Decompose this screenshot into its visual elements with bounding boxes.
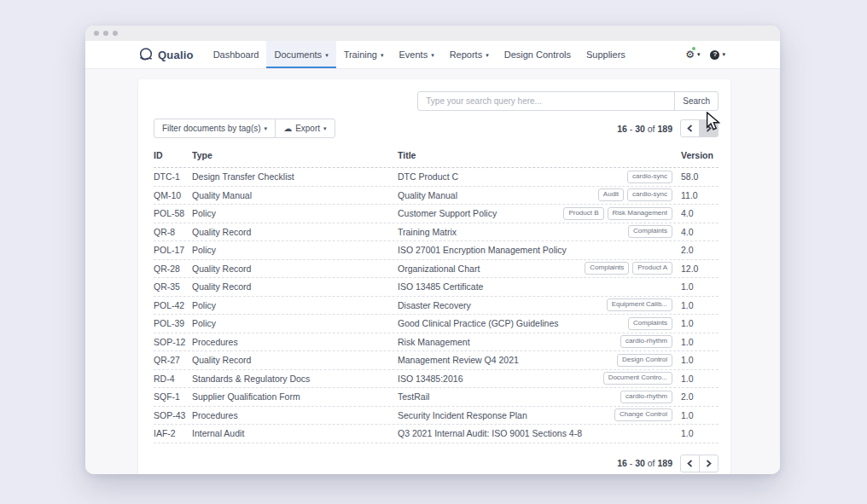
brand-name: Qualio xyxy=(158,49,194,61)
doc-type: Policy xyxy=(192,245,398,255)
doc-title: ISO 13485:2016 xyxy=(398,374,603,384)
table-row[interactable]: SQF-1Supplier Qualification FormTestRail… xyxy=(154,388,719,407)
help-menu[interactable]: ? ▾ xyxy=(710,50,725,60)
doc-version: 1.0 xyxy=(681,374,719,384)
doc-type: Standards & Regulatory Docs xyxy=(192,374,398,384)
table-row[interactable]: QR-27Quality RecordManagement Review Q4 … xyxy=(154,351,719,370)
doc-type: Quality Record xyxy=(192,227,398,237)
chevron-down-icon: ▾ xyxy=(431,52,434,59)
chevron-down-icon: ▾ xyxy=(323,125,327,132)
previous-page-button[interactable] xyxy=(680,455,700,472)
doc-id: POL-58 xyxy=(154,208,192,218)
nav-item-design-controls[interactable]: Design Controls xyxy=(497,41,579,68)
column-header-type[interactable]: Type xyxy=(192,150,398,160)
previous-page-button[interactable] xyxy=(680,119,700,137)
controls-row: Filter documents by tag(s) ▾ ☁ Export ▾ … xyxy=(154,119,719,138)
window-dot[interactable] xyxy=(113,31,118,36)
search-row: Search xyxy=(154,91,719,111)
search-input[interactable] xyxy=(417,91,675,111)
doc-tags: Document Contro... xyxy=(603,372,672,385)
nav-item-label: Reports xyxy=(450,49,483,60)
page-content: Search Filter documents by tag(s) ▾ ☁ Ex… xyxy=(85,69,780,474)
chevron-left-icon xyxy=(687,125,693,132)
table-row[interactable]: SOP-43ProceduresSecurity Incident Respon… xyxy=(154,407,719,426)
chevron-down-icon: ▾ xyxy=(697,51,701,58)
next-page-button[interactable] xyxy=(699,455,719,472)
doc-version: 1.0 xyxy=(681,337,719,347)
table-row[interactable]: QR-35Quality RecordISO 13485 Certificate… xyxy=(154,278,719,297)
doc-title: Risk Management xyxy=(398,337,620,347)
nav-item-label: Documents xyxy=(274,49,322,60)
tag-chip: Product B xyxy=(563,207,603,220)
doc-type: Quality Manual xyxy=(192,190,398,200)
export-button-label: Export xyxy=(295,124,320,133)
document-table-body: DTC-1Design Transfer ChecklistDTC Produc… xyxy=(154,168,719,443)
table-row[interactable]: QR-8Quality RecordTraining MatrixComplai… xyxy=(154,223,719,242)
doc-title: Customer Support Policy xyxy=(398,208,563,218)
table-row[interactable]: POL-42PolicyDisaster RecoveryEquipment C… xyxy=(154,297,719,316)
doc-tags: Equipment Calib... xyxy=(607,298,672,311)
table-row[interactable]: IAF-2Internal AuditQ3 2021 Internal Audi… xyxy=(154,425,719,443)
nav-item-dashboard[interactable]: Dashboard xyxy=(206,41,267,68)
doc-version: 1.0 xyxy=(681,428,719,438)
window-dot[interactable] xyxy=(94,31,99,36)
doc-version: 1.0 xyxy=(681,318,719,328)
nav-item-label: Events xyxy=(399,49,428,60)
table-row[interactable]: POL-17PolicyISO 27001 Encryption Managem… xyxy=(154,241,719,260)
doc-version: 2.0 xyxy=(681,245,719,255)
nav-items: DashboardDocuments▾Training▾Events▾Repor… xyxy=(206,41,633,68)
nav-item-label: Training xyxy=(344,49,377,60)
doc-type: Internal Audit xyxy=(192,428,398,438)
table-row[interactable]: DTC-1Design Transfer ChecklistDTC Produc… xyxy=(154,168,719,187)
pagination-range: 16 - 30 of 189 xyxy=(617,458,672,468)
table-row[interactable]: QR-28Quality RecordOrganizational ChartC… xyxy=(154,260,719,279)
chevron-down-icon: ▾ xyxy=(486,52,489,59)
table-row[interactable]: QM-10Quality ManualQuality ManualAuditca… xyxy=(154,187,719,206)
doc-version: 1.0 xyxy=(681,300,719,310)
nav-item-label: Design Controls xyxy=(504,49,571,60)
doc-version: 2.0 xyxy=(681,391,719,402)
nav-item-reports[interactable]: Reports▾ xyxy=(442,41,497,68)
column-header-title[interactable]: Title xyxy=(398,150,681,160)
nav-item-suppliers[interactable]: Suppliers xyxy=(579,41,633,68)
filter-by-tags-button[interactable]: Filter documents by tag(s) ▾ xyxy=(154,119,276,138)
top-navbar: Qualio DashboardDocuments▾Training▾Event… xyxy=(85,41,780,69)
window-dot[interactable] xyxy=(103,31,108,36)
doc-id: QR-8 xyxy=(154,227,192,237)
table-row[interactable]: RD-4Standards & Regulatory DocsISO 13485… xyxy=(154,370,719,389)
chevron-right-icon xyxy=(706,460,712,467)
doc-type: Quality Record xyxy=(192,355,398,365)
nav-item-documents[interactable]: Documents▾ xyxy=(266,41,335,68)
doc-id: IAF-2 xyxy=(154,428,192,438)
doc-title: Q3 2021 Internal Audit: ISO 9001 Section… xyxy=(398,428,672,438)
next-page-button[interactable] xyxy=(699,119,719,137)
nav-item-training[interactable]: Training▾ xyxy=(336,41,392,68)
doc-id: QR-27 xyxy=(154,355,192,365)
export-button[interactable]: ☁ Export ▾ xyxy=(275,119,335,138)
doc-title: Good Clinical Practice (GCP) Guidelines xyxy=(398,318,628,328)
qualio-brand[interactable]: Qualio xyxy=(138,41,194,68)
doc-type: Design Transfer Checklist xyxy=(192,171,398,182)
doc-id: SQF-1 xyxy=(154,391,192,402)
tag-chip: cardio-rhythm xyxy=(620,335,672,348)
doc-tags: ComplaintsProduct A xyxy=(585,262,672,275)
table-row[interactable]: POL-58PolicyCustomer Support PolicyProdu… xyxy=(154,205,719,223)
column-header-id[interactable]: ID xyxy=(154,150,192,160)
search-button[interactable]: Search xyxy=(674,91,719,111)
filter-button-label: Filter documents by tag(s) xyxy=(162,124,261,133)
nav-item-events[interactable]: Events▾ xyxy=(392,41,442,68)
tag-chip: Equipment Calib... xyxy=(607,298,672,311)
doc-tags: cardio-rhythm xyxy=(620,335,672,348)
table-row[interactable]: POL-39PolicyGood Clinical Practice (GCP)… xyxy=(154,315,719,333)
column-header-version[interactable]: Version xyxy=(681,150,719,160)
table-row[interactable]: SOP-12ProceduresRisk Managementcardio-rh… xyxy=(154,333,719,352)
chevron-down-icon: ▾ xyxy=(265,125,268,132)
browser-window: Qualio DashboardDocuments▾Training▾Event… xyxy=(85,26,780,474)
tag-chip: cardio-sync xyxy=(627,171,672,183)
doc-type: Policy xyxy=(192,318,398,328)
qualio-logo-icon xyxy=(138,47,154,62)
settings-menu[interactable]: ⚙ ▾ xyxy=(685,49,700,60)
pagination-top: 16 - 30 of 189 xyxy=(617,119,719,137)
pagination-bottom: 16 - 30 of 189 xyxy=(617,455,719,472)
tag-chip: Complaints xyxy=(628,317,672,330)
